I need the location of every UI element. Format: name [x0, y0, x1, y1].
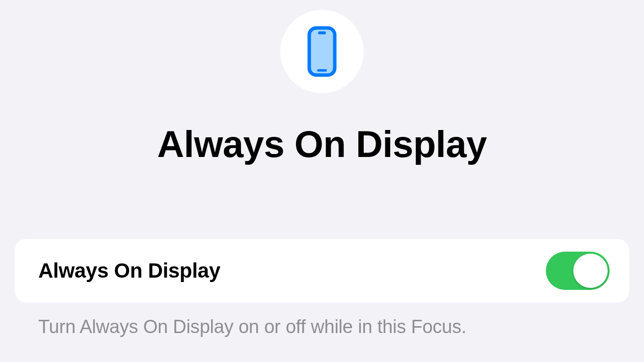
phone-display-icon: [307, 26, 337, 77]
always-on-display-toggle[interactable]: [546, 252, 610, 290]
header-icon-circle: [280, 10, 364, 93]
setting-description: Turn Always On Display on or off while i…: [15, 316, 629, 337]
setting-label: Always On Display: [38, 259, 220, 283]
svg-rect-1: [318, 31, 326, 34]
svg-rect-0: [309, 28, 335, 75]
always-on-display-row[interactable]: Always On Display: [15, 239, 629, 303]
page-title: Always On Display: [157, 123, 487, 165]
svg-rect-2: [317, 69, 327, 72]
toggle-knob: [573, 254, 608, 288]
